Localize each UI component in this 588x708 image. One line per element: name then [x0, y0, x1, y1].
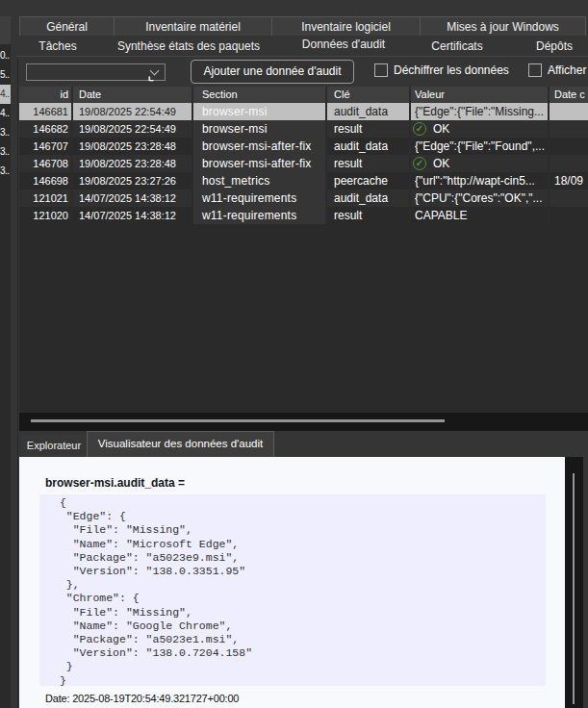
- cell-id: 146682: [19, 120, 68, 138]
- audit-table-row[interactable]: 12102114/07/2025 14:38:12w11-requirement…: [19, 190, 588, 207]
- host-list-peek-row[interactable]: 4..: [0, 104, 11, 123]
- cell-date: 14/07/2025 14:38:12: [79, 207, 176, 224]
- host-list-peek-row[interactable]: 0..: [0, 46, 11, 65]
- audit-table-empty-area: [19, 224, 588, 413]
- cell-cle: result: [334, 120, 362, 138]
- cell-date: 19/08/2025 22:54:49: [79, 120, 176, 138]
- host-list-peek-row[interactable]: 4..: [0, 85, 11, 104]
- audit-table-body: 14668119/08/2025 22:54:49browser-msiaudi…: [19, 103, 588, 224]
- cell-id: 146707: [19, 138, 68, 155]
- host-list-peek-row[interactable]: 5..: [0, 65, 11, 85]
- show-checkbox[interactable]: [528, 63, 542, 77]
- cell-date: 19/08/2025 23:28:48: [79, 155, 176, 172]
- host-list-header-peek: [0, 16, 11, 44]
- tab-page-top-border: [17, 56, 588, 57]
- cell-date: 19/08/2025 23:27:26: [79, 172, 176, 190]
- cell-date: 14/07/2025 14:38:12: [79, 190, 176, 207]
- cell-section: browser-msi: [202, 120, 268, 138]
- audit-data-viewer-panel: browser-msi.audit_data = { "Edge": { "Fi…: [19, 457, 565, 708]
- audit-table-row[interactable]: 14669819/08/2025 23:27:26host_metricspee…: [19, 172, 588, 190]
- tab-taches[interactable]: Tâches: [38, 37, 76, 56]
- column-separator: [192, 103, 193, 224]
- chevron-down-icon: ⌄: [150, 66, 160, 76]
- cell-id: 121020: [19, 207, 68, 224]
- tab-donnees-audit[interactable]: Données d'audit: [302, 35, 385, 54]
- column-separator: [409, 103, 411, 224]
- cell-date: 19/08/2025 23:28:48: [79, 138, 176, 155]
- cell-id: 146681: [19, 103, 68, 120]
- audit-table-row[interactable]: 14668219/08/2025 22:54:49browser-msiresu…: [19, 120, 588, 138]
- cell-valeur: {"Edge":{"File":"Missing...: [415, 103, 544, 120]
- add-audit-data-button[interactable]: Ajouter une donnée d'audit: [191, 60, 354, 84]
- audit-filter-combobox[interactable]: ⌄: [26, 63, 166, 81]
- show-label[interactable]: Afficher: [548, 63, 586, 77]
- column-header-id[interactable]: id: [19, 87, 68, 103]
- cell-section: browser-msi-after-fix: [202, 155, 312, 172]
- tab-inventaire-materiel[interactable]: Inventaire matériel: [115, 16, 272, 36]
- column-separator: [325, 103, 327, 224]
- tab-visualisateur-donnees-audit[interactable]: Visualisateur des données d'audit: [87, 431, 274, 457]
- tab-synthese-etats-paquets[interactable]: Synthèse états des paquets: [117, 37, 260, 56]
- cell-cle: audit_data: [334, 138, 388, 155]
- column-header-date[interactable]: Date: [79, 87, 101, 103]
- ok-check-icon: ✓: [413, 157, 426, 170]
- cell-cle: audit_data: [334, 103, 388, 120]
- cell-id: 146708: [19, 155, 68, 172]
- column-separator: [71, 103, 73, 224]
- column-header-date-c[interactable]: Date c: [554, 87, 585, 103]
- vertical-scrollbar-thumb[interactable]: [573, 473, 575, 704]
- ok-check-icon: ✓: [413, 122, 426, 136]
- cell-section: w11-requirements: [202, 190, 296, 207]
- viewer-date-line: Date: 2025-08-19T20:54:49.321727+00:00: [45, 693, 239, 704]
- audit-table-header[interactable]: id Date Section Clé Valeur Date c: [19, 87, 588, 103]
- cell-date-creation: 18/09: [554, 172, 583, 190]
- json-value-block: { "Edge": { "File": "Missing", "Name": "…: [39, 494, 546, 686]
- cell-section: host_metrics: [202, 172, 269, 190]
- tab-inventaire-logiciel[interactable]: Inventaire logiciel: [272, 16, 421, 36]
- audit-table-row[interactable]: 14670819/08/2025 23:28:48browser-msi-aft…: [19, 155, 588, 172]
- cell-cle: result: [334, 207, 362, 224]
- column-header-section[interactable]: Section: [202, 87, 238, 103]
- cell-cle: result: [334, 155, 362, 172]
- horizontal-scrollbar[interactable]: [19, 413, 588, 431]
- tab-certificats[interactable]: Certificats: [431, 37, 482, 56]
- cell-section: browser-msi-after-fix: [202, 138, 312, 155]
- cell-section: browser-msi: [202, 103, 268, 120]
- cell-valeur: {"url":"http://wapt-cin5...: [415, 172, 535, 190]
- host-list-peek-row[interactable]: 3..: [0, 162, 11, 181]
- audit-table-row[interactable]: 12102014/07/2025 14:38:12w11-requirement…: [19, 207, 588, 224]
- tab-general[interactable]: Général: [19, 16, 115, 36]
- cell-valeur: {"Edge":{"File":"Found",...: [415, 138, 545, 155]
- audit-table-row[interactable]: 14668119/08/2025 22:54:49browser-msiaudi…: [19, 103, 588, 120]
- host-list-peek: 0..5..4..4..3..3..3..: [0, 44, 11, 708]
- audit-table-row[interactable]: 14670719/08/2025 23:28:48browser-msi-aft…: [19, 138, 588, 155]
- cell-valeur: {"CPU":{"Cores":"OK","...: [415, 190, 543, 207]
- horizontal-scrollbar-thumb[interactable]: [31, 419, 445, 422]
- cell-valeur: OK: [433, 120, 449, 138]
- tab-mises-a-jour-windows[interactable]: Mises à jour Windows: [421, 16, 586, 36]
- decrypt-data-label[interactable]: Déchiffrer les données: [394, 63, 509, 77]
- column-header-cle[interactable]: Clé: [334, 87, 350, 103]
- cell-date: 19/08/2025 22:54:49: [79, 103, 176, 120]
- cell-id: 146698: [19, 172, 68, 190]
- vertical-scrollbar[interactable]: [565, 457, 583, 708]
- column-header-valeur[interactable]: Valeur: [415, 87, 445, 103]
- host-list-peek-row[interactable]: 3..: [0, 142, 11, 162]
- panel-left-border: [17, 56, 18, 708]
- cell-valeur: CAPABLE: [415, 207, 467, 224]
- tab-explorateur[interactable]: Explorateur: [21, 435, 87, 457]
- viewer-heading: browser-msi.audit_data =: [45, 476, 185, 490]
- cell-valeur: OK: [433, 155, 449, 172]
- cell-section: w11-requirements: [202, 207, 296, 224]
- decrypt-data-checkbox[interactable]: [374, 63, 388, 77]
- column-separator: [548, 103, 550, 224]
- cell-cle: peercache: [334, 172, 388, 190]
- json-value-text: { "Edge": { "File": "Missing", "Name": "…: [39, 494, 546, 688]
- cell-id: 121021: [19, 190, 68, 207]
- tab-depots[interactable]: Dépôts: [536, 37, 573, 56]
- cell-cle: audit_data: [334, 190, 388, 207]
- host-list-peek-row[interactable]: 3..: [0, 123, 11, 142]
